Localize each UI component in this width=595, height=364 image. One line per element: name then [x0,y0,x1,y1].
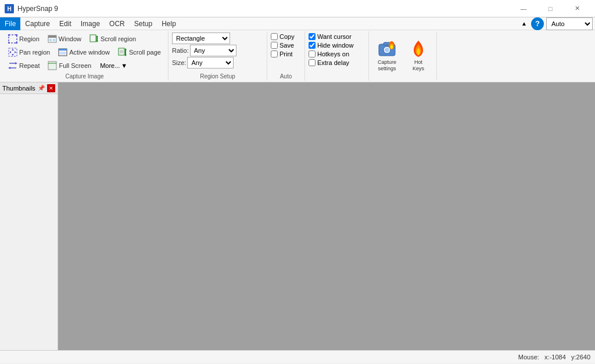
thumbnails-close-button[interactable]: ✕ [47,84,55,92]
want-cursor-checkbox[interactable] [309,33,316,40]
thumbnails-panel: Thumbnails 📌 ✕ [0,82,58,350]
svg-point-5 [8,42,10,44]
hotkeys-label[interactable]: Hotkeys on [317,51,349,57]
full-screen-label: Full Screen [59,62,91,69]
menu-image[interactable]: Image [76,17,105,30]
repeat-label: Repeat [19,62,40,69]
toolbar: Region Window [0,30,595,82]
svg-point-41 [390,45,393,49]
hide-window-row: Hide window [309,41,365,49]
title-text: HyperSnap 9 [17,5,58,13]
svg-marker-30 [15,62,17,64]
region-setup-content: Rectangle Ellipse Freehand Ratio: Any 4:… [172,33,263,73]
region-type-select[interactable]: Rectangle Ellipse Freehand [172,33,230,44]
title-controls: — □ ✕ [510,0,590,17]
size-label: Size: [172,59,186,66]
capture-row-3: Repeat Full Screen More... [5,59,164,72]
svg-marker-16 [12,49,14,51]
scroll-region-label: Scroll region [101,35,136,42]
scroll-page-icon [118,48,127,57]
maximize-button[interactable]: □ [537,0,564,17]
menu-ocr[interactable]: OCR [105,17,130,30]
ratio-select[interactable]: Any 4:3 16:9 [190,45,236,56]
copy-checkbox[interactable] [271,33,278,40]
copy-label[interactable]: Copy [279,33,295,40]
thumbnails-label: Thumbnails [2,85,35,92]
collapse-ribbon-button[interactable]: ▲ [519,17,529,30]
print-checkbox[interactable] [271,51,278,57]
save-label[interactable]: Save [279,42,294,49]
want-cursor-label[interactable]: Want cursor [317,33,352,40]
extra-delay-row: Extra delay [309,59,365,67]
hotkeys-row: Hotkeys on [309,50,365,58]
title-bar: H HyperSnap 9 — □ ✕ [0,0,595,17]
pan-region-button[interactable]: Pan region [5,46,53,59]
hot-keys-button[interactable]: HotKeys [404,37,433,75]
save-checkbox[interactable] [271,42,278,49]
capture-settings-icon [378,39,396,59]
menu-help[interactable]: Help [157,17,181,30]
menu-bar: File Capture Edit Image OCR Setup Help ▲… [0,17,595,30]
extra-delay-label[interactable]: Extra delay [317,59,349,66]
region-setup-group: Rectangle Ellipse Freehand Ratio: Any 4:… [169,31,267,81]
region-type-row: Rectangle Ellipse Freehand [172,33,263,44]
svg-rect-22 [60,52,66,55]
toolbar-right: ▲ ? Auto [519,17,595,30]
close-button[interactable]: ✕ [564,0,590,17]
scroll-page-button[interactable]: Scroll page [114,46,164,59]
scroll-page-label: Scroll page [129,49,161,56]
region-setup-label: Region Setup [169,73,267,80]
window-button[interactable]: Window [44,33,85,45]
status-bar: Mouse: x:-1084 y:2640 [0,350,595,363]
auto-dropdown[interactable]: Auto [546,17,593,30]
hot-keys-label: HotKeys [413,59,424,72]
options-group: Want cursor Hide window Hotkeys on Extra… [305,31,369,81]
svg-marker-17 [12,54,14,56]
title-left: H HyperSnap 9 [5,4,58,13]
region-label: Region [19,35,40,42]
active-window-button[interactable]: Active window [55,46,113,59]
menu-capture[interactable]: Capture [20,17,55,30]
auto-label: Auto [267,73,304,80]
svg-rect-2 [9,35,17,43]
auto-content: Copy Save Print [271,33,301,73]
menu-setup[interactable]: Setup [130,17,157,30]
svg-rect-21 [59,49,67,51]
hide-window-checkbox[interactable] [309,42,316,49]
hide-window-label[interactable]: Hide window [317,42,353,49]
capture-settings-label: Capturesettings [378,59,396,72]
extra-delay-checkbox[interactable] [309,59,316,66]
repeat-button[interactable]: Repeat [5,59,43,72]
svg-rect-11 [90,35,96,42]
size-select[interactable]: Any 800x600 1024x768 [187,57,234,69]
mouse-x: x:-1084 [544,354,566,361]
window-icon [48,34,57,44]
svg-point-3 [8,34,10,36]
region-icon [8,34,17,44]
capture-image-content: Region Window [5,33,164,73]
region-button[interactable]: Region [5,33,43,45]
capture-settings-button[interactable]: Capturesettings [372,37,402,75]
actions-group: Capturesettings HotKeys [369,31,437,81]
svg-point-37 [385,48,389,52]
options-content: Want cursor Hide window Hotkeys on Extra… [309,33,365,73]
print-label[interactable]: Print [279,51,293,57]
hotkeys-checkbox[interactable] [309,51,316,57]
svg-marker-13 [96,35,98,37]
svg-marker-14 [96,41,98,42]
full-screen-icon [48,61,57,70]
menu-edit[interactable]: Edit [55,17,76,30]
full-screen-button[interactable]: Full Screen [44,59,95,72]
save-row: Save [271,41,301,49]
copy-row: Copy [271,33,301,41]
pin-button[interactable]: 📌 [38,85,45,91]
menu-file[interactable]: File [0,17,20,30]
scroll-region-button[interactable]: Scroll region [86,33,139,45]
svg-marker-18 [9,51,11,53]
more-button[interactable]: More... ▼ [96,60,131,71]
svg-rect-10 [53,39,55,41]
svg-text:H: H [7,6,11,12]
help-button[interactable]: ? [531,17,544,30]
repeat-icon [8,61,17,70]
minimize-button[interactable]: — [510,0,537,17]
